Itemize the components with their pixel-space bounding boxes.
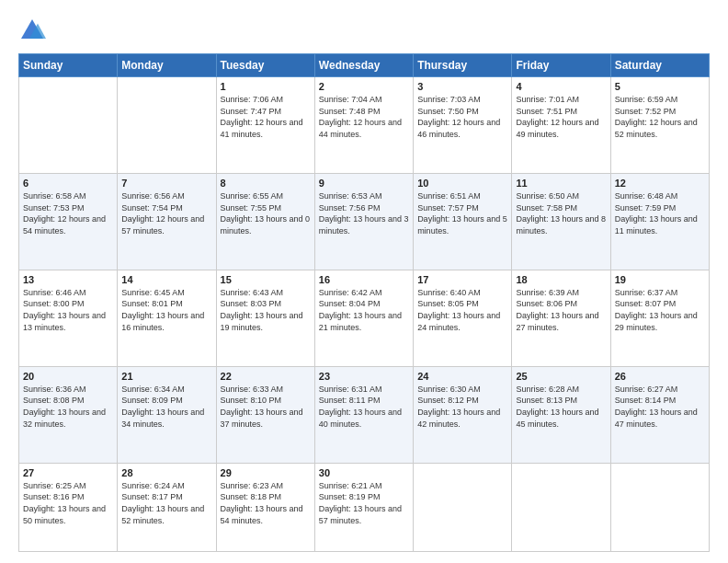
day-info: Sunrise: 6:31 AMSunset: 8:11 PMDaylight:… — [319, 384, 409, 430]
day-number: 11 — [516, 178, 606, 189]
day-info: Sunrise: 6:46 AMSunset: 8:00 PMDaylight:… — [23, 287, 113, 333]
day-number: 3 — [417, 81, 507, 92]
day-info: Sunrise: 6:24 AMSunset: 8:17 PMDaylight:… — [121, 480, 211, 526]
day-number: 14 — [121, 274, 211, 285]
calendar-cell: 19Sunrise: 6:37 AMSunset: 8:07 PMDayligh… — [610, 270, 709, 366]
calendar-week-row: 6Sunrise: 6:58 AMSunset: 7:53 PMDaylight… — [19, 173, 710, 270]
day-number: 18 — [516, 274, 606, 285]
day-info: Sunrise: 6:36 AMSunset: 8:08 PMDaylight:… — [23, 384, 113, 430]
day-info: Sunrise: 6:39 AMSunset: 8:06 PMDaylight:… — [516, 287, 606, 333]
day-number: 24 — [417, 371, 507, 382]
day-number: 17 — [417, 274, 507, 285]
calendar-cell: 13Sunrise: 6:46 AMSunset: 8:00 PMDayligh… — [19, 270, 118, 366]
calendar-cell — [512, 463, 610, 551]
day-number: 8 — [221, 178, 311, 189]
day-number: 2 — [319, 81, 409, 92]
day-number: 7 — [121, 178, 211, 189]
calendar-cell: 21Sunrise: 6:34 AMSunset: 8:09 PMDayligh… — [118, 366, 216, 463]
calendar-cell — [610, 463, 709, 551]
calendar-cell: 4Sunrise: 7:01 AMSunset: 7:51 PMDaylight… — [512, 77, 610, 174]
day-info: Sunrise: 6:51 AMSunset: 7:57 PMDaylight:… — [417, 190, 507, 236]
day-number: 4 — [516, 81, 606, 92]
calendar-cell — [414, 463, 512, 551]
day-number: 27 — [23, 467, 113, 478]
calendar-week-row: 1Sunrise: 7:06 AMSunset: 7:47 PMDaylight… — [19, 77, 710, 174]
day-number: 28 — [121, 467, 211, 478]
calendar-cell: 1Sunrise: 7:06 AMSunset: 7:47 PMDaylight… — [216, 77, 314, 174]
calendar-cell: 17Sunrise: 6:40 AMSunset: 8:05 PMDayligh… — [414, 270, 512, 366]
calendar-cell: 5Sunrise: 6:59 AMSunset: 7:52 PMDaylight… — [610, 77, 709, 174]
calendar-cell: 18Sunrise: 6:39 AMSunset: 8:06 PMDayligh… — [512, 270, 610, 366]
day-number: 21 — [121, 371, 211, 382]
day-number: 1 — [221, 81, 311, 92]
day-info: Sunrise: 6:58 AMSunset: 7:53 PMDaylight:… — [23, 190, 113, 236]
calendar-cell: 12Sunrise: 6:48 AMSunset: 7:59 PMDayligh… — [610, 173, 709, 270]
day-info: Sunrise: 6:23 AMSunset: 8:18 PMDaylight:… — [221, 480, 311, 526]
calendar-cell: 23Sunrise: 6:31 AMSunset: 8:11 PMDayligh… — [314, 366, 413, 463]
day-number: 15 — [221, 274, 311, 285]
day-info: Sunrise: 6:50 AMSunset: 7:58 PMDaylight:… — [516, 190, 606, 236]
day-number: 30 — [319, 467, 409, 478]
day-info: Sunrise: 7:04 AMSunset: 7:48 PMDaylight:… — [319, 94, 409, 140]
day-info: Sunrise: 6:53 AMSunset: 7:56 PMDaylight:… — [319, 190, 409, 236]
day-number: 16 — [319, 274, 409, 285]
calendar-cell: 20Sunrise: 6:36 AMSunset: 8:08 PMDayligh… — [19, 366, 118, 463]
calendar-table: SundayMondayTuesdayWednesdayThursdayFrid… — [18, 53, 710, 552]
calendar-week-row: 20Sunrise: 6:36 AMSunset: 8:08 PMDayligh… — [19, 366, 710, 463]
day-number: 6 — [23, 178, 113, 189]
calendar-cell: 29Sunrise: 6:23 AMSunset: 8:18 PMDayligh… — [216, 463, 314, 551]
day-header-wednesday: Wednesday — [314, 54, 413, 77]
day-info: Sunrise: 6:21 AMSunset: 8:19 PMDaylight:… — [319, 480, 409, 526]
day-number: 26 — [615, 371, 705, 382]
calendar-week-row: 27Sunrise: 6:25 AMSunset: 8:16 PMDayligh… — [19, 463, 710, 551]
day-number: 25 — [516, 371, 606, 382]
calendar-header-row: SundayMondayTuesdayWednesdayThursdayFrid… — [19, 54, 710, 77]
day-header-tuesday: Tuesday — [216, 54, 314, 77]
calendar-cell: 16Sunrise: 6:42 AMSunset: 8:04 PMDayligh… — [314, 270, 413, 366]
page: SundayMondayTuesdayWednesdayThursdayFrid… — [0, 0, 728, 563]
calendar-cell: 3Sunrise: 7:03 AMSunset: 7:50 PMDaylight… — [414, 77, 512, 174]
day-info: Sunrise: 7:06 AMSunset: 7:47 PMDaylight:… — [221, 94, 311, 140]
day-header-saturday: Saturday — [610, 54, 709, 77]
day-info: Sunrise: 6:28 AMSunset: 8:13 PMDaylight:… — [516, 384, 606, 430]
calendar-cell: 10Sunrise: 6:51 AMSunset: 7:57 PMDayligh… — [414, 173, 512, 270]
calendar-cell: 2Sunrise: 7:04 AMSunset: 7:48 PMDaylight… — [314, 77, 413, 174]
day-number: 9 — [319, 178, 409, 189]
calendar-week-row: 13Sunrise: 6:46 AMSunset: 8:00 PMDayligh… — [19, 270, 710, 366]
day-header-monday: Monday — [118, 54, 216, 77]
day-number: 20 — [23, 371, 113, 382]
header — [18, 17, 710, 44]
calendar-cell: 22Sunrise: 6:33 AMSunset: 8:10 PMDayligh… — [216, 366, 314, 463]
calendar-cell: 8Sunrise: 6:55 AMSunset: 7:55 PMDaylight… — [216, 173, 314, 270]
day-info: Sunrise: 6:25 AMSunset: 8:16 PMDaylight:… — [23, 480, 113, 526]
day-header-sunday: Sunday — [19, 54, 118, 77]
calendar-cell: 28Sunrise: 6:24 AMSunset: 8:17 PMDayligh… — [118, 463, 216, 551]
calendar-cell: 9Sunrise: 6:53 AMSunset: 7:56 PMDaylight… — [314, 173, 413, 270]
day-info: Sunrise: 6:34 AMSunset: 8:09 PMDaylight:… — [121, 384, 211, 430]
day-info: Sunrise: 6:45 AMSunset: 8:01 PMDaylight:… — [121, 287, 211, 333]
calendar-cell: 15Sunrise: 6:43 AMSunset: 8:03 PMDayligh… — [216, 270, 314, 366]
day-header-thursday: Thursday — [414, 54, 512, 77]
calendar-cell: 7Sunrise: 6:56 AMSunset: 7:54 PMDaylight… — [118, 173, 216, 270]
day-header-friday: Friday — [512, 54, 610, 77]
day-number: 19 — [615, 274, 705, 285]
day-number: 23 — [319, 371, 409, 382]
calendar-cell — [118, 77, 216, 174]
day-number: 5 — [615, 81, 705, 92]
day-number: 29 — [221, 467, 311, 478]
day-info: Sunrise: 6:42 AMSunset: 8:04 PMDaylight:… — [319, 287, 409, 333]
calendar-cell: 6Sunrise: 6:58 AMSunset: 7:53 PMDaylight… — [19, 173, 118, 270]
day-info: Sunrise: 6:59 AMSunset: 7:52 PMDaylight:… — [615, 94, 705, 140]
logo — [18, 17, 50, 44]
calendar-cell: 11Sunrise: 6:50 AMSunset: 7:58 PMDayligh… — [512, 173, 610, 270]
day-number: 10 — [417, 178, 507, 189]
day-info: Sunrise: 6:56 AMSunset: 7:54 PMDaylight:… — [121, 190, 211, 236]
day-number: 12 — [615, 178, 705, 189]
day-info: Sunrise: 7:03 AMSunset: 7:50 PMDaylight:… — [417, 94, 507, 140]
calendar-cell: 25Sunrise: 6:28 AMSunset: 8:13 PMDayligh… — [512, 366, 610, 463]
day-info: Sunrise: 7:01 AMSunset: 7:51 PMDaylight:… — [516, 94, 606, 140]
calendar-cell: 14Sunrise: 6:45 AMSunset: 8:01 PMDayligh… — [118, 270, 216, 366]
calendar-cell: 26Sunrise: 6:27 AMSunset: 8:14 PMDayligh… — [610, 366, 709, 463]
day-info: Sunrise: 6:43 AMSunset: 8:03 PMDaylight:… — [221, 287, 311, 333]
day-info: Sunrise: 6:37 AMSunset: 8:07 PMDaylight:… — [615, 287, 705, 333]
